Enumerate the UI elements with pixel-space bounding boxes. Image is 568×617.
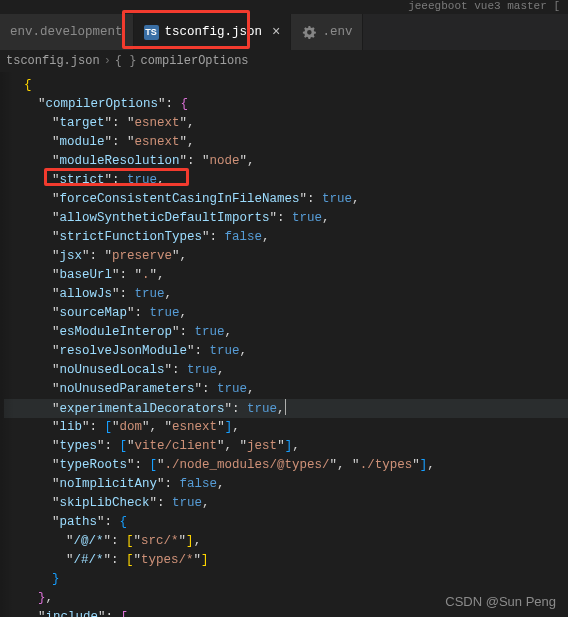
watermark: CSDN @Sun Peng — [445, 594, 556, 609]
gear-icon — [301, 25, 316, 40]
tab-env-development[interactable]: env.development — [0, 14, 134, 50]
close-icon[interactable]: × — [272, 25, 280, 39]
key-strict: strict — [60, 173, 105, 187]
key-path-at: /@/* — [74, 534, 104, 548]
key-strictFunctionTypes: strictFunctionTypes — [60, 230, 203, 244]
key-compilerOptions: compilerOptions — [46, 97, 159, 111]
tab-label: .env — [322, 25, 352, 39]
key-typeRoots: typeRoots — [60, 458, 128, 472]
breadcrumb[interactable]: tsconfig.json › { } compilerOptions — [0, 50, 568, 72]
typescript-icon: TS — [144, 25, 159, 40]
tab-tsconfig[interactable]: TS tsconfig.json × — [134, 14, 292, 50]
key-esModuleInterop: esModuleInterop — [60, 325, 173, 339]
key-target: target — [60, 116, 105, 130]
braces-icon: { } — [115, 54, 137, 68]
key-forceConsistentCasing: forceConsistentCasingInFileNames — [60, 192, 300, 206]
key-include: include — [46, 610, 99, 617]
tab-label: env.development — [10, 25, 123, 39]
key-module: module — [60, 135, 105, 149]
key-noUnusedLocals: noUnusedLocals — [60, 363, 165, 377]
tab-env[interactable]: .env — [291, 14, 363, 50]
key-path-hash: /#/* — [74, 553, 104, 567]
key-jsx: jsx — [60, 249, 83, 263]
key-baseUrl: baseUrl — [60, 268, 113, 282]
key-paths: paths — [60, 515, 98, 529]
key-allowSyntheticDefaultImports: allowSyntheticDefaultImports — [60, 211, 270, 225]
key-noImplicitAny: noImplicitAny — [60, 477, 158, 491]
breadcrumb-section: compilerOptions — [141, 54, 249, 68]
breadcrumb-file: tsconfig.json — [6, 54, 100, 68]
title-bar: jeeegboot vue3 master [ — [0, 0, 568, 14]
key-allowJs: allowJs — [60, 287, 113, 301]
tab-bar: env.development TS tsconfig.json × .env — [0, 14, 568, 50]
chevron-right-icon: › — [104, 54, 111, 68]
key-moduleResolution: moduleResolution — [60, 154, 180, 168]
key-sourceMap: sourceMap — [60, 306, 128, 320]
code-editor[interactable]: { "compilerOptions": { "target": "esnext… — [0, 72, 568, 617]
key-noUnusedParameters: noUnusedParameters — [60, 382, 195, 396]
key-types: types — [60, 439, 98, 453]
tab-label: tsconfig.json — [165, 25, 263, 39]
key-skipLibCheck: skipLibCheck — [60, 496, 150, 510]
key-experimentalDecorators: experimentalDecorators — [60, 402, 225, 416]
key-resolveJsonModule: resolveJsonModule — [60, 344, 188, 358]
key-lib: lib — [60, 420, 83, 434]
text-cursor — [285, 399, 286, 415]
